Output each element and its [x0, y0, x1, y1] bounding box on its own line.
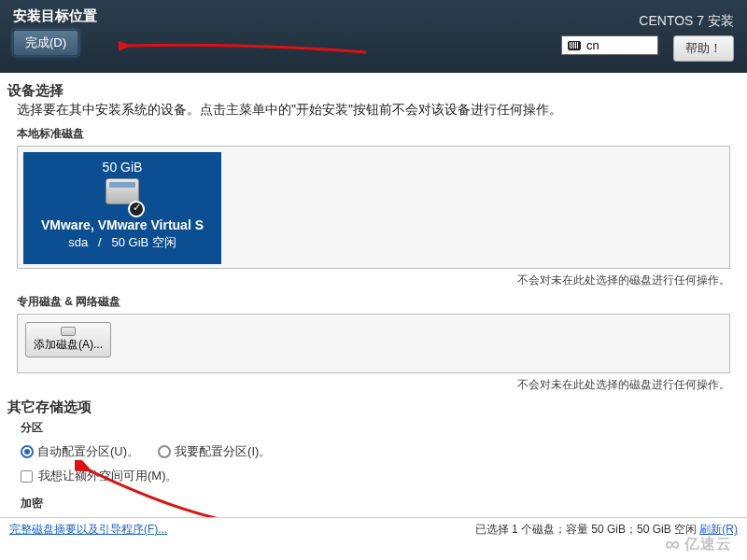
- unselected-disks-note-1: 不会对未在此处选择的磁盘进行任何操作。: [7, 273, 730, 288]
- keyboard-layout-selector[interactable]: cn: [561, 35, 658, 55]
- radio-auto-label: 自动配置分区(U)。: [37, 443, 139, 460]
- annotation-arrow-done: [119, 35, 371, 63]
- radio-icon-unchecked: [158, 445, 171, 458]
- radio-icon-checked: [21, 445, 34, 458]
- extra-space-label: 我想让额外空间可用(M)。: [38, 468, 178, 484]
- selected-check-icon: [128, 201, 145, 217]
- disk-small-icon: [61, 327, 76, 336]
- local-disks-label: 本地标准磁盘: [17, 126, 740, 142]
- add-disk-button[interactable]: 添加磁盘(A)...: [25, 322, 111, 357]
- encrypt-label: 加密: [21, 496, 740, 511]
- checkbox-icon: [21, 470, 33, 483]
- main-content: 设备选择 选择要在其中安装系统的设备。点击主菜单中的"开始安装"按钮前不会对该设…: [0, 73, 747, 523]
- partition-label: 分区: [21, 420, 740, 436]
- special-disks-label: 专用磁盘 & 网络磁盘: [17, 294, 740, 310]
- unselected-disks-note-2: 不会对未在此处选择的磁盘进行任何操作。: [7, 377, 730, 393]
- disk-size: 50 GiB: [23, 160, 221, 175]
- device-selection-heading: 设备选择: [7, 82, 740, 100]
- installer-header: 安装目标位置 完成(D) CENTOS 7 安装 cn 帮助！: [0, 0, 747, 73]
- radio-auto-partition[interactable]: 自动配置分区(U)。: [21, 443, 139, 460]
- keyboard-layout-code: cn: [586, 38, 599, 52]
- page-title: 安装目标位置: [13, 7, 734, 25]
- infinity-icon: ∞: [665, 532, 681, 556]
- watermark: ∞ 亿速云: [665, 532, 732, 556]
- watermark-text: 亿速云: [684, 535, 732, 554]
- device-selection-description: 选择要在其中安装系统的设备。点击主菜单中的"开始安装"按钮前不会对该设备进行任何…: [17, 102, 740, 119]
- special-disks-container: 添加磁盘(A)...: [17, 314, 730, 373]
- add-disk-label: 添加磁盘(A)...: [34, 338, 103, 353]
- done-button[interactable]: 完成(D): [13, 30, 78, 56]
- help-button[interactable]: 帮助！: [673, 35, 734, 62]
- status-bar: 完整磁盘摘要以及引导程序(F)... 已选择 1 个磁盘；容量 50 GiB；5…: [0, 517, 747, 541]
- extra-space-row[interactable]: 我想让额外空间可用(M)。: [21, 468, 740, 484]
- full-disk-summary-link[interactable]: 完整磁盘摘要以及引导程序(F)...: [9, 522, 167, 538]
- disk-details: sda / 50 GiB 空闲: [23, 234, 221, 251]
- disk-model: VMware, VMware Virtual S: [23, 217, 221, 232]
- other-storage-heading: 其它存储选项: [7, 399, 740, 416]
- product-title: CENTOS 7 安装: [639, 13, 734, 30]
- radio-manual-partition[interactable]: 我要配置分区(I)。: [158, 443, 271, 460]
- radio-manual-label: 我要配置分区(I)。: [175, 443, 271, 460]
- keyboard-icon: [568, 41, 581, 50]
- local-disks-container: 50 GiB VMware, VMware Virtual S sda / 50…: [17, 146, 730, 269]
- partition-radio-group: 自动配置分区(U)。 我要配置分区(I)。: [21, 443, 740, 460]
- disk-card-sda[interactable]: 50 GiB VMware, VMware Virtual S sda / 50…: [23, 152, 221, 264]
